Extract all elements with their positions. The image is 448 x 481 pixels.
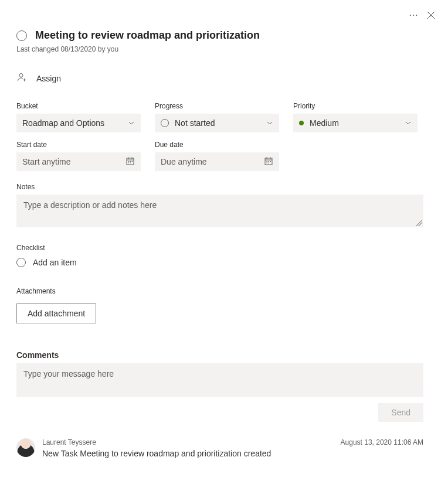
calendar-icon xyxy=(125,156,135,168)
attachments-label: Attachments xyxy=(16,287,432,295)
bucket-label: Bucket xyxy=(16,102,141,110)
last-changed-text: Last changed 08/13/2020 by you xyxy=(16,45,432,53)
activity-timestamp: August 13, 2020 11:06 AM xyxy=(341,438,423,446)
add-attachment-button[interactable]: Add attachment xyxy=(16,303,96,323)
chevron-down-icon xyxy=(266,120,273,127)
progress-status-icon xyxy=(161,119,169,127)
assign-label: Assign xyxy=(36,74,61,83)
chevron-down-icon xyxy=(128,120,135,127)
svg-point-2 xyxy=(19,74,23,77)
complete-task-circle[interactable] xyxy=(16,30,27,41)
more-options-icon[interactable]: ⋯ xyxy=(409,11,419,20)
notes-placeholder: Type a description or add notes here xyxy=(23,200,157,210)
checklist-add-placeholder: Add an item xyxy=(33,258,77,267)
assign-button[interactable]: Assign xyxy=(16,72,61,84)
top-controls: ⋯ xyxy=(409,11,435,20)
activity-author: Laurent Teyssere xyxy=(42,438,96,446)
due-date-input[interactable]: Due anytime xyxy=(155,152,279,171)
priority-select[interactable]: Medium xyxy=(293,114,418,132)
close-icon[interactable] xyxy=(427,11,435,19)
person-add-icon xyxy=(16,72,27,84)
avatar xyxy=(16,438,35,457)
activity-item: Laurent Teyssere August 13, 2020 11:06 A… xyxy=(16,438,423,458)
start-date-placeholder: Start anytime xyxy=(22,157,70,166)
progress-select[interactable]: Not started xyxy=(155,114,279,132)
priority-value: Medium xyxy=(310,118,339,128)
due-date-placeholder: Due anytime xyxy=(161,157,207,166)
task-details-pane: ⋯ Meeting to review roadmap and prioriti… xyxy=(0,0,448,475)
start-date-label: Start date xyxy=(16,141,141,149)
checklist-label: Checklist xyxy=(16,244,432,252)
start-date-input[interactable]: Start anytime xyxy=(16,152,141,171)
priority-dot-icon xyxy=(299,121,304,125)
checklist-circle-icon xyxy=(16,258,26,267)
activity-text: New Task Meeting to review roadmap and p… xyxy=(42,449,423,458)
due-date-label: Due date xyxy=(155,141,279,149)
comment-input[interactable]: Type your message here xyxy=(16,363,423,397)
bucket-value: Roadmap and Options xyxy=(22,118,104,128)
bucket-select[interactable]: Roadmap and Options xyxy=(16,114,141,132)
checklist-add-input[interactable]: Add an item xyxy=(16,258,432,267)
comments-heading: Comments xyxy=(16,350,432,360)
priority-label: Priority xyxy=(293,102,418,110)
progress-value: Not started xyxy=(175,118,215,128)
chevron-down-icon xyxy=(405,120,412,127)
task-title[interactable]: Meeting to review roadmap and prioritiza… xyxy=(35,29,260,42)
comment-placeholder: Type your message here xyxy=(23,369,114,378)
calendar-icon xyxy=(264,156,273,168)
notes-label: Notes xyxy=(16,183,432,191)
notes-textarea[interactable]: Type a description or add notes here xyxy=(16,195,423,227)
send-button[interactable]: Send xyxy=(378,403,423,422)
progress-label: Progress xyxy=(155,102,279,110)
